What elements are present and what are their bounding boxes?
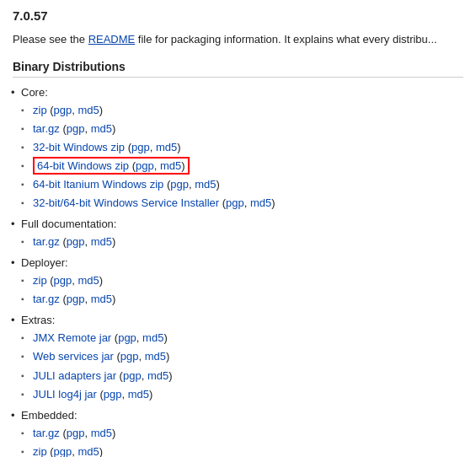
version-title: 7.0.57: [13, 8, 463, 23]
list-item: JULI adapters jar (pgp, md5): [33, 367, 463, 385]
list-item: JULI log4j jar (pgp, md5): [33, 385, 463, 404]
list-item-highlighted: 64-bit Windows zip (pgp, md5): [33, 157, 463, 175]
list-item: Web services jar (pgp, md5): [33, 347, 463, 366]
extras-sub-list: JMX Remote jar (pgp, md5) Web services j…: [21, 329, 463, 403]
full-doc-label: Full documentation:: [21, 218, 116, 230]
core-item: Core: zip (pgp, md5) tar.gz (pgp, md5) 3…: [21, 86, 463, 213]
list-item: tar.gz (pgp, md5): [33, 120, 463, 138]
pgp-link[interactable]: pgp: [131, 141, 150, 153]
web-services-link[interactable]: Web services jar: [33, 350, 114, 363]
deployer-label: Deployer:: [21, 256, 68, 269]
win64-zip-link[interactable]: 64-bit Windows zip: [37, 159, 129, 172]
list-item: JMX Remote jar (pgp, md5): [33, 329, 463, 347]
pgp-link[interactable]: pgp: [54, 104, 72, 116]
service-installer-link[interactable]: 32-bit/64-bit Windows Service Installer: [33, 196, 219, 209]
embedded-zip-link[interactable]: zip: [33, 445, 47, 457]
win32-zip-link[interactable]: 32-bit Windows zip: [33, 141, 125, 153]
md5-link[interactable]: md5: [91, 235, 112, 248]
pgp-link[interactable]: pgp: [54, 445, 72, 457]
md5-link[interactable]: md5: [145, 350, 166, 363]
itanium-link[interactable]: 64-bit Itanium Windows zip: [33, 178, 163, 191]
doc-targz-link[interactable]: tar.gz: [33, 235, 60, 248]
deployer-zip-link[interactable]: zip: [33, 274, 47, 287]
deployer-sub-list: zip (pgp, md5) tar.gz (pgp, md5): [21, 272, 463, 309]
embedded-label: Embedded:: [21, 409, 78, 422]
full-doc-item: Full documentation: tar.gz (pgp, md5): [21, 218, 463, 251]
core-label: Core:: [21, 86, 48, 99]
readme-link[interactable]: README: [88, 33, 136, 46]
md5-link[interactable]: md5: [91, 427, 112, 439]
deployer-targz-link[interactable]: tar.gz: [33, 293, 60, 305]
targz-link[interactable]: tar.gz: [33, 122, 60, 135]
binary-distributions-section: Binary Distributions Core: zip (pgp, md5…: [13, 60, 463, 458]
pgp-link[interactable]: pgp: [67, 427, 85, 439]
md5-link[interactable]: md5: [156, 141, 177, 153]
intro-text: Please see the README file for packaging…: [13, 31, 463, 48]
binary-distributions-title: Binary Distributions: [13, 60, 463, 78]
juli-log4j-link[interactable]: JULI log4j jar: [33, 388, 97, 401]
zip-link[interactable]: zip: [33, 104, 47, 116]
embedded-targz-link[interactable]: tar.gz: [33, 427, 60, 439]
list-item: tar.gz (pgp, md5): [33, 290, 463, 309]
pgp-link[interactable]: pgp: [226, 196, 244, 209]
md5-link[interactable]: md5: [160, 159, 181, 172]
list-item: tar.gz (pgp, md5): [33, 233, 463, 251]
extras-item: Extras: JMX Remote jar (pgp, md5) Web se…: [21, 314, 463, 403]
md5-link[interactable]: md5: [195, 178, 216, 191]
md5-link[interactable]: md5: [91, 122, 112, 135]
pgp-link[interactable]: pgp: [120, 350, 139, 363]
md5-link[interactable]: md5: [142, 331, 163, 344]
md5-link[interactable]: md5: [78, 445, 99, 457]
extras-label: Extras:: [21, 314, 55, 326]
juli-adapters-link[interactable]: JULI adapters jar: [33, 369, 116, 382]
list-item: 32-bit Windows zip (pgp, md5): [33, 138, 463, 157]
md5-link[interactable]: md5: [147, 369, 168, 382]
embedded-sub-list: tar.gz (pgp, md5) zip (pgp, md5): [21, 424, 463, 457]
deployer-item: Deployer: zip (pgp, md5) tar.gz (pgp, md…: [21, 256, 463, 309]
md5-link[interactable]: md5: [78, 104, 99, 116]
pgp-link[interactable]: pgp: [104, 388, 122, 401]
list-item: zip (pgp, md5): [33, 272, 463, 290]
binary-top-list: Core: zip (pgp, md5) tar.gz (pgp, md5) 3…: [13, 86, 463, 458]
pgp-link[interactable]: pgp: [67, 122, 85, 135]
list-item: 64-bit Itanium Windows zip (pgp, md5): [33, 175, 463, 194]
pgp-link[interactable]: pgp: [123, 369, 142, 382]
embedded-item: Embedded: tar.gz (pgp, md5) zip (pgp, md…: [21, 409, 463, 457]
pgp-link[interactable]: pgp: [136, 159, 154, 172]
md5-link[interactable]: md5: [78, 274, 99, 287]
core-sub-list: zip (pgp, md5) tar.gz (pgp, md5) 32-bit …: [21, 101, 463, 213]
list-item: zip (pgp, md5): [33, 443, 463, 457]
pgp-link[interactable]: pgp: [118, 331, 136, 344]
list-item: zip (pgp, md5): [33, 101, 463, 120]
list-item: tar.gz (pgp, md5): [33, 424, 463, 443]
pgp-link[interactable]: pgp: [54, 274, 72, 287]
list-item: 32-bit/64-bit Windows Service Installer …: [33, 194, 463, 212]
jmx-remote-link[interactable]: JMX Remote jar: [33, 331, 111, 344]
md5-link[interactable]: md5: [91, 293, 112, 305]
pgp-link[interactable]: pgp: [67, 235, 85, 248]
full-doc-sub-list: tar.gz (pgp, md5): [21, 233, 463, 251]
md5-link[interactable]: md5: [128, 388, 149, 401]
md5-link[interactable]: md5: [250, 196, 271, 209]
highlighted-box: 64-bit Windows zip (pgp, md5): [33, 157, 190, 175]
pgp-link[interactable]: pgp: [170, 178, 189, 191]
pgp-link[interactable]: pgp: [67, 293, 85, 305]
